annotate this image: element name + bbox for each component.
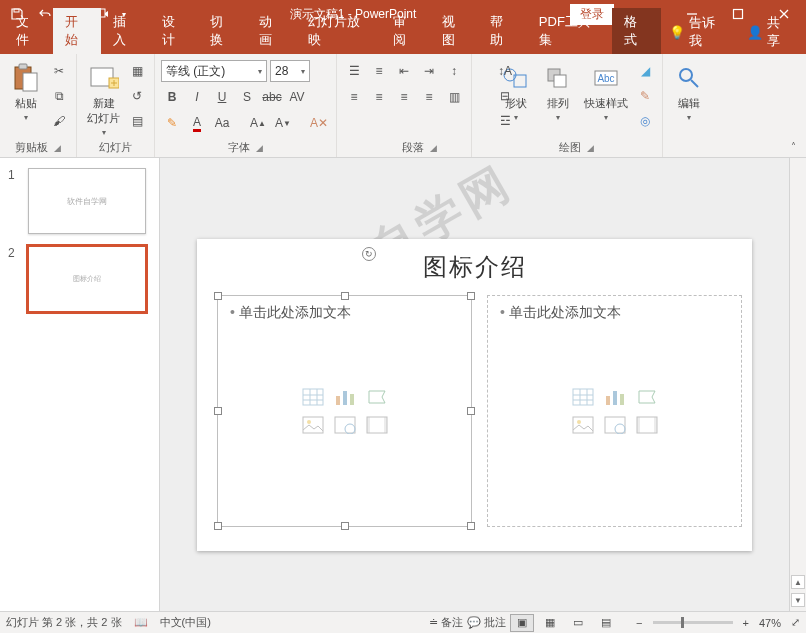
align-center-button[interactable]: ≡ bbox=[368, 86, 390, 108]
tab-home[interactable]: 开始 bbox=[53, 8, 102, 54]
increase-indent-button[interactable]: ⇥ bbox=[418, 60, 440, 82]
tab-pdf[interactable]: PDF工具集 bbox=[527, 8, 612, 54]
collapse-ribbon-button[interactable]: ˄ bbox=[784, 137, 802, 155]
sorter-view-button[interactable]: ▦ bbox=[538, 614, 562, 632]
insert-picture-icon[interactable] bbox=[300, 414, 326, 436]
section-button[interactable]: ▤ bbox=[126, 110, 148, 132]
insert-picture-icon[interactable] bbox=[570, 414, 596, 436]
paste-button[interactable]: 粘贴▾ bbox=[6, 60, 46, 124]
insert-chart-icon[interactable] bbox=[332, 386, 358, 408]
content-placeholder-left[interactable]: •单击此处添加文本 bbox=[217, 295, 472, 527]
tab-review[interactable]: 审阅 bbox=[381, 8, 430, 54]
next-slide-button[interactable]: ▼ bbox=[791, 593, 805, 607]
spellcheck-button[interactable]: 📖 bbox=[134, 616, 148, 629]
paragraph-launcher[interactable]: ◢ bbox=[430, 143, 437, 153]
line-spacing-button[interactable]: ↕ bbox=[443, 60, 465, 82]
notes-button[interactable]: ≐ 备注 bbox=[429, 615, 463, 630]
shape-effects-button[interactable]: ◎ bbox=[634, 110, 656, 132]
italic-button[interactable]: I bbox=[186, 86, 208, 108]
sel-handle[interactable] bbox=[341, 292, 349, 300]
thumbnail-slide-2[interactable]: 2 图标介绍 bbox=[8, 246, 151, 312]
insert-online-picture-icon[interactable] bbox=[332, 414, 358, 436]
reset-button[interactable]: ↺ bbox=[126, 85, 148, 107]
clear-format-button[interactable]: A✕ bbox=[308, 112, 330, 134]
font-name-combo[interactable]: 等线 (正文)▾ bbox=[161, 60, 267, 82]
underline-button[interactable]: U bbox=[211, 86, 233, 108]
sel-handle[interactable] bbox=[214, 407, 222, 415]
text-direction-button[interactable]: ↕A bbox=[494, 60, 516, 82]
tab-animation[interactable]: 动画 bbox=[247, 8, 296, 54]
insert-table-icon[interactable] bbox=[570, 386, 596, 408]
clipboard-launcher[interactable]: ◢ bbox=[54, 143, 61, 153]
zoom-level[interactable]: 47% bbox=[759, 617, 781, 629]
insert-online-picture-icon[interactable] bbox=[602, 414, 628, 436]
bold-button[interactable]: B bbox=[161, 86, 183, 108]
change-case-button[interactable]: Aa bbox=[211, 112, 233, 134]
new-slide-button[interactable]: 新建 幻灯片▾ bbox=[83, 60, 124, 139]
tab-format[interactable]: 格式 bbox=[612, 8, 661, 54]
decrease-font-button[interactable]: A▼ bbox=[272, 112, 294, 134]
zoom-in-button[interactable]: + bbox=[743, 617, 749, 629]
drawing-launcher[interactable]: ◢ bbox=[587, 143, 594, 153]
edit-button[interactable]: 编辑▾ bbox=[669, 60, 709, 124]
numbering-button[interactable]: ≡ bbox=[368, 60, 390, 82]
insert-chart-icon[interactable] bbox=[602, 386, 628, 408]
zoom-out-button[interactable]: − bbox=[636, 617, 642, 629]
shadow-button[interactable]: S bbox=[236, 86, 258, 108]
sel-handle[interactable] bbox=[214, 292, 222, 300]
insert-table-icon[interactable] bbox=[300, 386, 326, 408]
tab-view[interactable]: 视图 bbox=[430, 8, 479, 54]
increase-font-button[interactable]: A▲ bbox=[247, 112, 269, 134]
format-painter-button[interactable]: 🖌 bbox=[48, 110, 70, 132]
insert-smartart-icon[interactable] bbox=[364, 386, 390, 408]
justify-button[interactable]: ≡ bbox=[418, 86, 440, 108]
cut-button[interactable]: ✂ bbox=[48, 60, 70, 82]
shape-fill-button[interactable]: ◢ bbox=[634, 60, 656, 82]
font-color-button[interactable]: A bbox=[186, 112, 208, 134]
tab-transition[interactable]: 切换 bbox=[198, 8, 247, 54]
slide-title[interactable]: 图标介绍 bbox=[197, 251, 752, 283]
sel-handle[interactable] bbox=[341, 522, 349, 530]
prev-slide-button[interactable]: ▲ bbox=[791, 575, 805, 589]
decrease-indent-button[interactable]: ⇤ bbox=[393, 60, 415, 82]
tell-me-button[interactable]: 💡告诉我 bbox=[661, 10, 732, 54]
current-slide[interactable]: ↻ 图标介绍 •单击此处添加文本 bbox=[197, 239, 752, 551]
normal-view-button[interactable]: ▣ bbox=[510, 614, 534, 632]
tab-insert[interactable]: 插入 bbox=[101, 8, 150, 54]
spacing-button[interactable]: AV bbox=[286, 86, 308, 108]
layout-button[interactable]: ▦ bbox=[126, 60, 148, 82]
sel-handle[interactable] bbox=[214, 522, 222, 530]
fit-to-window-button[interactable]: ⤢ bbox=[791, 616, 800, 629]
vertical-scrollbar[interactable]: ▲ ▼ bbox=[790, 158, 806, 611]
arrange-button[interactable]: 排列▾ bbox=[538, 60, 578, 124]
slide-editor[interactable]: 软件自学网WWW.RJZXW.COM ↻ 图标介绍 •单击此处添加文本 bbox=[160, 158, 790, 611]
thumbnail-slide-1[interactable]: 1 软件自学网 bbox=[8, 168, 151, 234]
slideshow-view-button[interactable]: ▤ bbox=[594, 614, 618, 632]
sel-handle[interactable] bbox=[467, 407, 475, 415]
highlight-button[interactable]: ✎ bbox=[161, 112, 183, 134]
language-label[interactable]: 中文(中国) bbox=[160, 615, 211, 630]
comments-button[interactable]: 💬 批注 bbox=[467, 615, 506, 630]
content-placeholder-right[interactable]: •单击此处添加文本 bbox=[487, 295, 742, 527]
align-left-button[interactable]: ≡ bbox=[343, 86, 365, 108]
columns-button[interactable]: ▥ bbox=[443, 86, 465, 108]
shape-outline-button[interactable]: ✎ bbox=[634, 85, 656, 107]
tab-design[interactable]: 设计 bbox=[150, 8, 199, 54]
font-size-combo[interactable]: 28▾ bbox=[270, 60, 310, 82]
quick-styles-button[interactable]: Abc 快速样式▾ bbox=[580, 60, 632, 124]
tab-file[interactable]: 文件 bbox=[4, 8, 53, 54]
tab-help[interactable]: 帮助 bbox=[478, 8, 527, 54]
insert-video-icon[interactable] bbox=[634, 414, 660, 436]
insert-video-icon[interactable] bbox=[364, 414, 390, 436]
sel-handle[interactable] bbox=[467, 292, 475, 300]
align-text-button[interactable]: ⊟ bbox=[494, 85, 516, 107]
tab-slideshow[interactable]: 幻灯片放映 bbox=[296, 8, 381, 54]
font-launcher[interactable]: ◢ bbox=[256, 143, 263, 153]
reading-view-button[interactable]: ▭ bbox=[566, 614, 590, 632]
insert-smartart-icon[interactable] bbox=[634, 386, 660, 408]
zoom-slider[interactable] bbox=[653, 621, 733, 624]
smartart-button[interactable]: ☲ bbox=[494, 110, 516, 132]
align-right-button[interactable]: ≡ bbox=[393, 86, 415, 108]
copy-button[interactable]: ⧉ bbox=[48, 85, 70, 107]
bullets-button[interactable]: ☰ bbox=[343, 60, 365, 82]
